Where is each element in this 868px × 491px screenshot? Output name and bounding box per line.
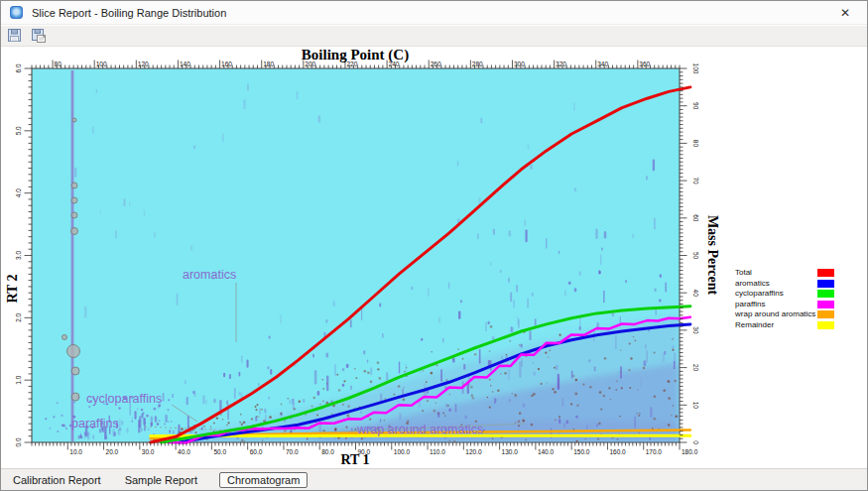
svg-text:90: 90	[692, 102, 699, 110]
svg-text:320: 320	[556, 61, 566, 67]
legend-label: aromatics	[735, 279, 770, 289]
legend-swatch	[817, 301, 834, 308]
svg-text:180: 180	[263, 61, 274, 67]
svg-text:280: 280	[472, 61, 483, 67]
close-button[interactable]: ✕	[831, 4, 859, 22]
svg-text:340: 340	[597, 61, 608, 67]
annotation-cycloparaffins: cycloparaffins	[86, 392, 162, 406]
svg-text:100: 100	[96, 61, 107, 67]
svg-text:80: 80	[55, 61, 62, 67]
export-icon	[31, 28, 47, 44]
window-title: Slice Report - Boiling Range Distributio…	[32, 7, 226, 19]
left-axis-title: RT 2	[5, 274, 20, 303]
blob-marker	[71, 197, 77, 203]
svg-text:150.0: 150.0	[573, 448, 590, 455]
annotation-paraffins: paraffins	[71, 417, 119, 430]
svg-text:360: 360	[639, 61, 650, 67]
svg-text:260: 260	[431, 61, 441, 67]
svg-text:100.0: 100.0	[394, 448, 411, 455]
svg-text:120.0: 120.0	[465, 448, 482, 455]
svg-text:10.0: 10.0	[69, 448, 82, 455]
legend-item: cycloparaffins	[735, 289, 866, 300]
svg-text:10: 10	[692, 402, 699, 410]
svg-text:40: 40	[692, 290, 699, 298]
svg-text:60: 60	[692, 214, 699, 222]
svg-text:2.0: 2.0	[15, 312, 22, 321]
blob-marker	[62, 335, 67, 340]
blob-marker	[71, 228, 78, 235]
svg-text:6.0: 6.0	[15, 63, 22, 72]
svg-text:160.0: 160.0	[609, 448, 626, 455]
slice-report-window: Slice Report - Boiling Range Distributio…	[0, 0, 868, 491]
svg-text:4.0: 4.0	[15, 188, 22, 197]
tab-calibration-report[interactable]: Calibration Report	[1, 474, 113, 486]
svg-text:180.0: 180.0	[682, 448, 698, 455]
svg-text:3.0: 3.0	[15, 251, 22, 260]
blob-marker	[71, 212, 77, 218]
right-axis-title: Mass Percent	[705, 215, 720, 296]
annotation-wrap-around-aromatics: wrap around aromatics	[356, 423, 483, 436]
legend-item: Remainder	[735, 320, 866, 331]
svg-text:110.0: 110.0	[430, 448, 445, 455]
legend-label: paraffins	[735, 300, 766, 309]
legend-swatch	[817, 280, 834, 288]
legend-item: paraffins	[735, 300, 866, 310]
svg-text:1.0: 1.0	[15, 375, 22, 384]
report-tab-bar: Calibration Report Sample Report Chromat…	[1, 468, 868, 490]
svg-text:120: 120	[138, 61, 149, 67]
svg-text:0.0: 0.0	[15, 437, 22, 446]
svg-text:130.0: 130.0	[502, 448, 519, 455]
toolbar	[1, 26, 867, 47]
svg-text:30.0: 30.0	[142, 448, 155, 455]
legend-label: Remainder	[735, 320, 774, 330]
svg-text:30: 30	[692, 326, 699, 334]
titlebar: Slice Report - Boiling Range Distributio…	[1, 1, 867, 25]
svg-text:60.0: 60.0	[250, 448, 263, 455]
svg-text:0: 0	[692, 440, 699, 444]
svg-text:20.0: 20.0	[106, 448, 119, 455]
svg-text:300: 300	[514, 61, 525, 67]
svg-text:70: 70	[692, 177, 699, 184]
svg-text:170.0: 170.0	[646, 448, 663, 455]
svg-text:5.0: 5.0	[15, 126, 22, 135]
svg-text:40.0: 40.0	[178, 448, 190, 455]
chromatogram-plot-canvas[interactable]: 8010012014016018020022024026028030032034…	[1, 47, 868, 470]
legend-item: aromatics	[735, 279, 866, 290]
save-button[interactable]	[5, 27, 24, 45]
legend-label: cycloparaffins	[735, 289, 784, 299]
tab-chromatogram[interactable]: Chromatogram	[219, 472, 308, 488]
annotation-aromatics: aromatics	[183, 268, 236, 282]
legend-swatch	[817, 290, 834, 298]
svg-text:140.0: 140.0	[538, 448, 555, 455]
legend: Total aromatics cycloparaffins paraffins…	[735, 268, 866, 330]
export-button[interactable]	[29, 27, 48, 45]
svg-text:20: 20	[692, 364, 699, 372]
legend-label: Total	[735, 268, 752, 278]
blob-marker	[67, 345, 80, 358]
save-icon	[7, 28, 23, 44]
blob-marker	[71, 393, 79, 401]
svg-text:100: 100	[692, 63, 699, 74]
svg-text:140: 140	[180, 61, 190, 67]
legend-item: wrap around aromatics	[735, 309, 866, 320]
legend-item: Total	[735, 268, 866, 279]
blob-marker	[71, 367, 79, 375]
legend-swatch	[817, 310, 834, 318]
blob-marker	[71, 183, 77, 188]
svg-text:70.0: 70.0	[286, 448, 299, 455]
legend-swatch	[817, 321, 834, 329]
svg-text:80: 80	[692, 140, 699, 148]
app-icon	[10, 6, 23, 19]
bottom-axis-title: RT 1	[340, 452, 369, 467]
svg-text:50: 50	[692, 252, 699, 260]
tab-sample-report[interactable]: Sample Report	[113, 474, 209, 486]
legend-swatch	[817, 269, 834, 277]
svg-text:80.0: 80.0	[321, 448, 334, 455]
legend-label: wrap around aromatics	[735, 309, 815, 319]
svg-text:160: 160	[221, 61, 232, 67]
top-axis-title: Boiling Point (C)	[302, 47, 409, 63]
blob-marker	[72, 118, 76, 122]
chart-region: 8010012014016018020022024026028030032034…	[1, 47, 868, 470]
svg-text:50.0: 50.0	[213, 448, 226, 455]
